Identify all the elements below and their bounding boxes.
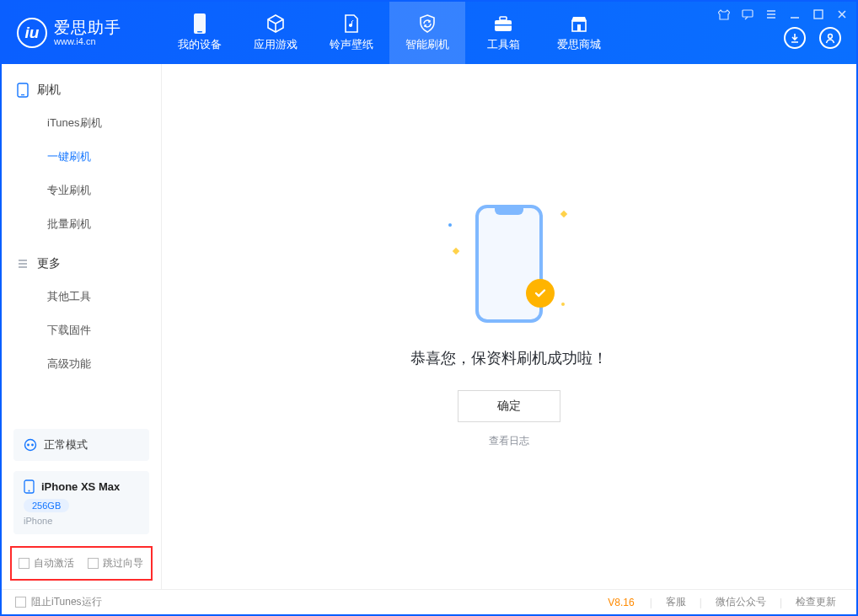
phone-outline-icon (17, 83, 29, 98)
music-file-icon (341, 13, 362, 34)
menu-icon[interactable] (765, 8, 777, 20)
brand: iu 爱思助手 www.i4.cn (2, 2, 162, 64)
device-mode-card[interactable]: 正常模式 (13, 429, 149, 461)
svg-point-12 (25, 440, 36, 451)
stop-itunes-checkbox[interactable]: 阻止iTunes运行 (15, 595, 102, 609)
device-phone-icon (24, 479, 35, 494)
nav-label: 工具箱 (487, 37, 520, 52)
svg-rect-6 (577, 24, 581, 31)
svg-rect-4 (495, 24, 512, 26)
sidebar-item-oneclick-flash[interactable]: 一键刷机 (2, 140, 161, 174)
list-icon (17, 258, 29, 270)
svg-rect-0 (194, 13, 206, 34)
nav-smart-flash[interactable]: 智能刷机 (389, 2, 465, 64)
version-label: V8.16 (608, 597, 642, 608)
download-manager-button[interactable] (784, 27, 806, 49)
device-name: iPhone XS Max (41, 480, 120, 493)
feedback-icon[interactable] (742, 8, 753, 20)
flash-options-box: 自动激活 跳过向导 (10, 546, 153, 581)
nav-apps-games[interactable]: 应用游戏 (238, 2, 314, 64)
device-mode-label: 正常模式 (44, 437, 88, 453)
sidebar-item-batch-flash[interactable]: 批量刷机 (2, 207, 161, 241)
view-log-link[interactable]: 查看日志 (489, 434, 529, 448)
auto-activate-checkbox[interactable]: 自动激活 (19, 556, 74, 570)
nav-label: 我的设备 (178, 37, 222, 52)
auto-activate-label: 自动激活 (34, 556, 74, 570)
svg-rect-11 (21, 94, 24, 95)
svg-rect-8 (814, 10, 823, 19)
svg-point-13 (27, 444, 29, 447)
window-controls (710, 2, 856, 27)
svg-rect-3 (500, 17, 507, 20)
sidebar-section-title: 更多 (37, 256, 61, 271)
sidebar: 刷机 iTunes刷机 一键刷机 专业刷机 批量刷机 更多 其他工具 下载固件 … (2, 64, 162, 589)
mode-icon (24, 438, 37, 452)
nav-my-device[interactable]: 我的设备 (162, 2, 238, 64)
confirm-button[interactable]: 确定 (458, 390, 560, 422)
minimize-button[interactable] (789, 8, 801, 20)
wechat-link[interactable]: 微信公众号 (709, 595, 773, 609)
svg-point-9 (829, 35, 833, 39)
sidebar-section-more: 更多 (2, 248, 161, 280)
brand-logo-icon: iu (17, 18, 47, 48)
svg-point-14 (31, 444, 34, 447)
brand-url: www.i4.cn (54, 36, 121, 46)
sidebar-item-pro-flash[interactable]: 专业刷机 (2, 174, 161, 207)
sidebar-section-flash: 刷机 (2, 74, 161, 106)
check-update-link[interactable]: 检查更新 (789, 595, 843, 609)
skin-icon[interactable] (718, 8, 730, 20)
shield-refresh-icon (417, 13, 437, 34)
success-illustration (458, 205, 560, 331)
nav-store[interactable]: 爱思商城 (541, 2, 617, 64)
close-button[interactable] (836, 8, 848, 20)
skip-guide-checkbox[interactable]: 跳过向导 (88, 556, 143, 570)
svg-rect-1 (197, 31, 202, 33)
brand-name: 爱思助手 (54, 19, 121, 37)
check-badge-icon (526, 279, 555, 308)
sidebar-item-advanced[interactable]: 高级功能 (2, 347, 161, 381)
support-link[interactable]: 客服 (659, 595, 693, 609)
statusbar: 阻止iTunes运行 V8.16 | 客服 | 微信公众号 | 检查更新 (2, 589, 856, 614)
cube-icon (265, 13, 286, 34)
device-type: iPhone (24, 516, 139, 526)
content-area: 恭喜您，保资料刷机成功啦！ 确定 查看日志 (162, 64, 856, 589)
nav-label: 应用游戏 (254, 37, 298, 52)
sidebar-item-download-firmware[interactable]: 下载固件 (2, 313, 161, 347)
sidebar-item-other-tools[interactable]: 其他工具 (2, 280, 161, 313)
stop-itunes-label: 阻止iTunes运行 (31, 595, 102, 609)
device-capacity-badge: 256GB (24, 499, 69, 512)
top-nav: 我的设备 应用游戏 铃声壁纸 智能刷机 工具箱 爱思商城 (162, 2, 617, 64)
skip-guide-label: 跳过向导 (103, 556, 143, 570)
nav-ringtones-wallpapers[interactable]: 铃声壁纸 (314, 2, 389, 64)
toolbox-icon (493, 13, 513, 34)
svg-point-16 (29, 490, 30, 492)
nav-toolbox[interactable]: 工具箱 (465, 2, 541, 64)
store-icon (569, 13, 589, 34)
svg-rect-7 (743, 10, 753, 17)
account-button[interactable] (819, 27, 841, 49)
device-icon (190, 13, 210, 34)
result-title: 恭喜您，保资料刷机成功啦！ (410, 348, 608, 368)
sidebar-section-title: 刷机 (37, 83, 61, 98)
titlebar: iu 爱思助手 www.i4.cn 我的设备 应用游戏 铃声壁纸 智能刷机 (2, 2, 856, 64)
nav-label: 铃声壁纸 (330, 37, 373, 52)
nav-label: 爱思商城 (557, 37, 601, 52)
maximize-button[interactable] (812, 8, 824, 20)
device-info-card[interactable]: iPhone XS Max 256GB iPhone (13, 471, 149, 534)
nav-label: 智能刷机 (405, 37, 449, 52)
sidebar-item-itunes-flash[interactable]: iTunes刷机 (2, 106, 161, 140)
